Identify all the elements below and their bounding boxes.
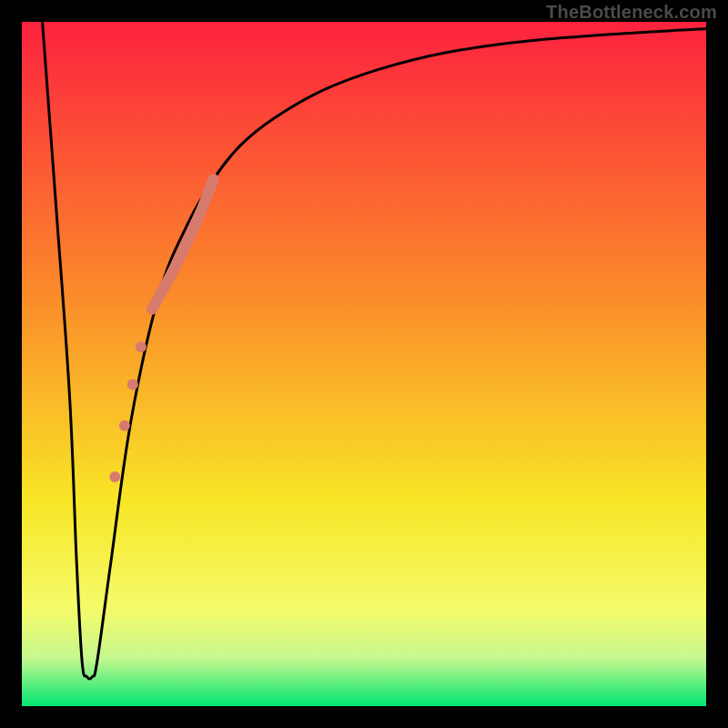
plot-area bbox=[22, 22, 706, 706]
highlight-point bbox=[119, 420, 130, 431]
chart-frame: TheBottleneck.com bbox=[0, 0, 728, 728]
chart-svg bbox=[22, 22, 706, 706]
highlight-point bbox=[136, 341, 147, 352]
watermark-label: TheBottleneck.com bbox=[546, 2, 717, 23]
gradient-background bbox=[22, 22, 706, 706]
highlight-point bbox=[109, 471, 120, 482]
highlight-point bbox=[127, 379, 138, 390]
